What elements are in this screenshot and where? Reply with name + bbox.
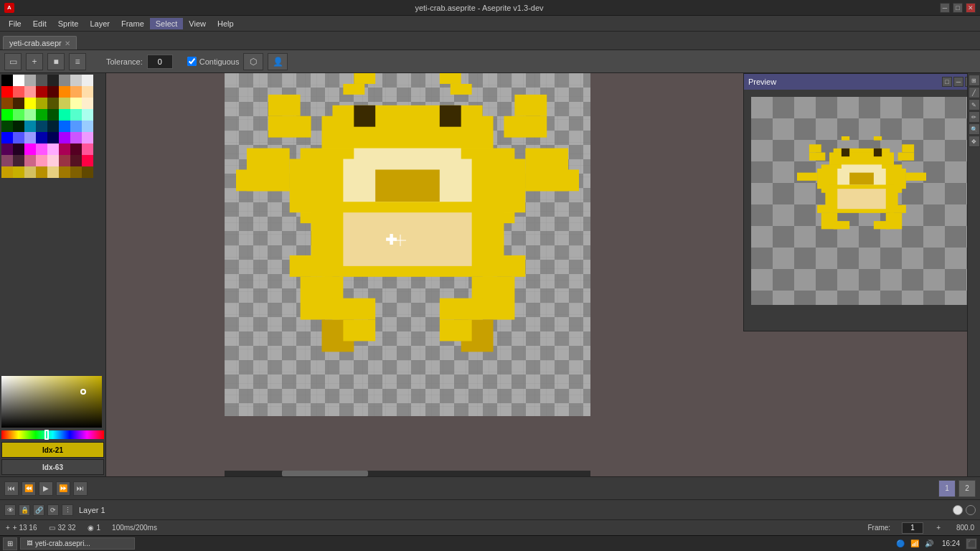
palette-color-1[interactable] [13,75,24,86]
maximize-button[interactable]: □ [953,3,963,13]
palette-color-23[interactable] [82,98,93,109]
frame-1[interactable]: 1 [938,480,956,497]
palette-color-61[interactable] [59,155,70,166]
palette-color-9[interactable] [13,86,24,98]
palette-color-18[interactable] [24,98,36,109]
palette-color-69[interactable] [59,166,70,178]
palette-color-26[interactable] [24,109,36,121]
palette-color-39[interactable] [82,121,93,132]
palette-color-2[interactable] [24,75,36,86]
palette-color-57[interactable] [13,155,24,166]
frame-2[interactable]: 2 [958,480,976,497]
menu-view[interactable]: View [183,18,212,29]
palette-color-62[interactable] [70,155,82,166]
tool-person-btn[interactable]: 👤 [268,53,288,70]
palette-color-10[interactable] [24,86,36,98]
palette-color-65[interactable] [13,166,24,178]
palette-color-70[interactable] [70,166,82,178]
palette-color-48[interactable] [1,143,13,155]
palette-color-67[interactable] [36,166,47,178]
palette-color-22[interactable] [70,98,82,109]
layer-color-circle-2[interactable] [966,505,976,515]
palette-color-4[interactable] [47,75,59,86]
palette-color-20[interactable] [47,98,59,109]
tolerance-input[interactable] [147,55,173,69]
palette-color-33[interactable] [13,121,24,132]
palette-color-29[interactable] [59,109,70,121]
palette-color-8[interactable] [1,86,13,98]
palette-color-53[interactable] [59,143,70,155]
palette-color-25[interactable] [13,109,24,121]
palette-color-46[interactable] [70,132,82,143]
right-tool-6[interactable]: ✥ [969,136,980,147]
palette-color-47[interactable] [82,132,93,143]
palette-color-64[interactable] [1,166,13,178]
start-button[interactable]: ⊞ [3,537,17,550]
palette-color-36[interactable] [47,121,59,132]
palette-color-34[interactable] [24,121,36,132]
palette-color-59[interactable] [36,155,47,166]
palette-color-16[interactable] [1,98,13,109]
primary-color-box[interactable]: Idx-21 [1,442,104,458]
tool-select-add[interactable]: + [26,53,43,70]
tool-select-square[interactable]: ■ [47,53,65,70]
menu-select[interactable]: Select [150,18,184,29]
palette-color-71[interactable] [82,166,93,178]
layer-lock-btn[interactable]: 🔒 [19,504,30,516]
palette-color-45[interactable] [59,132,70,143]
layer-option-btn[interactable]: ⟳ [47,504,59,516]
layer-link-btn[interactable]: 🔗 [33,504,44,516]
palette-color-19[interactable] [36,98,47,109]
palette-color-44[interactable] [47,132,59,143]
palette-color-21[interactable] [59,98,70,109]
play-btn[interactable]: ▶ [39,481,53,496]
menu-file[interactable]: File [3,18,27,29]
layer-menu-btn[interactable]: ⋮ [62,504,73,516]
palette-color-60[interactable] [47,155,59,166]
palette-color-52[interactable] [47,143,59,155]
palette-color-24[interactable] [1,109,13,121]
palette-color-51[interactable] [36,143,47,155]
menu-sprite[interactable]: Sprite [52,18,85,29]
palette-color-56[interactable] [1,155,13,166]
palette-color-0[interactable] [1,75,13,86]
hscroll-thumb[interactable] [282,471,368,476]
palette-color-7[interactable] [82,75,93,86]
play-prev-btn[interactable]: ⏪ [22,481,36,496]
play-last-btn[interactable]: ⏭ [73,481,88,496]
palette-color-12[interactable] [47,86,59,98]
play-first-btn[interactable]: ⏮ [4,481,19,496]
tool-option-btn[interactable]: ⬡ [243,53,263,70]
palette-color-54[interactable] [70,143,82,155]
palette-color-3[interactable] [36,75,47,86]
layer-visibility-btn[interactable]: 👁 [4,504,16,516]
palette-color-6[interactable] [70,75,82,86]
palette-color-38[interactable] [70,121,82,132]
secondary-color-box[interactable]: Idx-63 [1,459,104,475]
palette-color-15[interactable] [82,86,93,98]
frame-input[interactable] [902,522,923,534]
palette-color-28[interactable] [47,109,59,121]
palette-color-49[interactable] [13,143,24,155]
palette-color-66[interactable] [24,166,36,178]
menu-frame[interactable]: Frame [116,18,150,29]
palette-color-11[interactable] [36,86,47,98]
right-tool-4[interactable]: ✏ [969,111,980,123]
right-tool-1[interactable]: ⊞ [969,75,980,86]
palette-color-31[interactable] [82,109,93,121]
right-tool-3[interactable]: ✎ [969,99,980,110]
palette-color-58[interactable] [24,155,36,166]
palette-color-68[interactable] [47,166,59,178]
menu-edit[interactable]: Edit [27,18,52,29]
minimize-button[interactable]: ─ [940,3,950,13]
frame-increment-btn[interactable]: + [935,524,942,532]
canvas-hscroll[interactable] [225,471,590,476]
close-button[interactable]: ✕ [966,3,976,13]
palette-color-32[interactable] [1,121,13,132]
palette-color-27[interactable] [36,109,47,121]
menu-layer[interactable]: Layer [84,18,116,29]
preview-expand-button[interactable]: □ [942,77,952,87]
tool-select-lines[interactable]: ≡ [69,53,86,70]
right-tool-2[interactable]: ╱ [969,87,980,98]
contiguous-checkbox[interactable] [187,57,197,66]
